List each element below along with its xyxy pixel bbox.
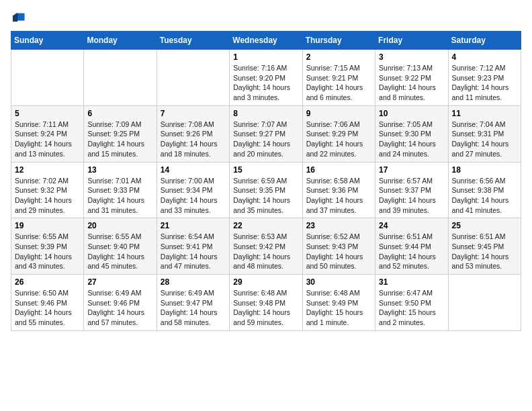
- day-info: Sunrise: 6:59 AMSunset: 9:35 PMDaylight:…: [233, 176, 298, 216]
- calendar-cell: 24Sunrise: 6:51 AMSunset: 9:44 PMDayligh…: [375, 218, 448, 275]
- day-number: 27: [87, 277, 152, 287]
- calendar-header-row: SundayMondayTuesdayWednesdayThursdayFrid…: [11, 32, 521, 50]
- day-info: Sunrise: 7:07 AMSunset: 9:27 PMDaylight:…: [233, 120, 298, 159]
- day-number: 31: [379, 277, 444, 287]
- calendar-table: SundayMondayTuesdayWednesdayThursdayFrid…: [11, 31, 521, 331]
- day-number: 22: [233, 221, 298, 230]
- calendar-day-header: Tuesday: [157, 32, 229, 50]
- calendar-week-row: 1Sunrise: 7:16 AMSunset: 9:20 PMDaylight…: [11, 50, 521, 106]
- day-number: 1: [233, 52, 298, 62]
- day-info: Sunrise: 6:57 AMSunset: 9:37 PMDaylight:…: [379, 176, 444, 216]
- day-info: Sunrise: 6:48 AMSunset: 9:49 PMDaylight:…: [306, 288, 371, 328]
- calendar-week-row: 5Sunrise: 7:11 AMSunset: 9:24 PMDaylight…: [11, 105, 521, 162]
- calendar-cell: 11Sunrise: 7:04 AMSunset: 9:31 PMDayligh…: [448, 105, 521, 162]
- day-info: Sunrise: 6:56 AMSunset: 9:38 PMDaylight:…: [452, 176, 517, 216]
- calendar-cell: [11, 50, 84, 106]
- calendar-cell: 8Sunrise: 7:07 AMSunset: 9:27 PMDaylight…: [230, 105, 302, 162]
- day-info: Sunrise: 6:47 AMSunset: 9:50 PMDaylight:…: [379, 288, 444, 328]
- day-info: Sunrise: 7:01 AMSunset: 9:33 PMDaylight:…: [87, 176, 152, 216]
- page-header: [11, 11, 521, 26]
- day-info: Sunrise: 7:02 AMSunset: 9:32 PMDaylight:…: [15, 176, 80, 216]
- day-number: 4: [452, 52, 517, 62]
- calendar-cell: 13Sunrise: 7:01 AMSunset: 9:33 PMDayligh…: [84, 162, 157, 218]
- day-number: 16: [306, 165, 371, 175]
- svg-marker-1: [13, 13, 17, 21]
- calendar-cell: 16Sunrise: 6:58 AMSunset: 9:36 PMDayligh…: [302, 162, 375, 218]
- day-info: Sunrise: 6:54 AMSunset: 9:41 PMDaylight:…: [161, 232, 226, 271]
- calendar-cell: 3Sunrise: 7:13 AMSunset: 9:22 PMDaylight…: [375, 50, 448, 106]
- day-info: Sunrise: 6:55 AMSunset: 9:40 PMDaylight:…: [87, 232, 152, 271]
- day-info: Sunrise: 7:13 AMSunset: 9:22 PMDaylight:…: [379, 63, 444, 103]
- calendar-cell: 5Sunrise: 7:11 AMSunset: 9:24 PMDaylight…: [11, 105, 84, 162]
- calendar-cell: 21Sunrise: 6:54 AMSunset: 9:41 PMDayligh…: [157, 218, 229, 275]
- logo-icon: [11, 11, 26, 26]
- day-number: 6: [87, 109, 152, 118]
- day-info: Sunrise: 7:05 AMSunset: 9:30 PMDaylight:…: [379, 120, 444, 159]
- day-info: Sunrise: 6:53 AMSunset: 9:42 PMDaylight:…: [233, 232, 298, 271]
- day-number: 24: [379, 221, 444, 230]
- day-number: 2: [306, 52, 371, 62]
- calendar-cell: 25Sunrise: 6:51 AMSunset: 9:45 PMDayligh…: [448, 218, 521, 275]
- calendar-cell: 2Sunrise: 7:15 AMSunset: 9:21 PMDaylight…: [302, 50, 375, 106]
- day-number: 23: [306, 221, 371, 230]
- day-number: 18: [452, 165, 517, 175]
- day-number: 7: [161, 109, 226, 118]
- calendar-cell: [84, 50, 157, 106]
- calendar-cell: 19Sunrise: 6:55 AMSunset: 9:39 PMDayligh…: [11, 218, 84, 275]
- day-info: Sunrise: 6:55 AMSunset: 9:39 PMDaylight:…: [15, 232, 80, 271]
- calendar-cell: 18Sunrise: 6:56 AMSunset: 9:38 PMDayligh…: [448, 162, 521, 218]
- logo: [11, 11, 28, 26]
- day-info: Sunrise: 7:00 AMSunset: 9:34 PMDaylight:…: [161, 176, 226, 216]
- calendar-cell: 22Sunrise: 6:53 AMSunset: 9:42 PMDayligh…: [230, 218, 302, 275]
- day-info: Sunrise: 6:50 AMSunset: 9:46 PMDaylight:…: [15, 288, 80, 328]
- calendar-week-row: 26Sunrise: 6:50 AMSunset: 9:46 PMDayligh…: [11, 275, 521, 331]
- calendar-cell: 10Sunrise: 7:05 AMSunset: 9:30 PMDayligh…: [375, 105, 448, 162]
- day-number: 14: [161, 165, 226, 175]
- day-number: 20: [87, 221, 152, 230]
- calendar-cell: 12Sunrise: 7:02 AMSunset: 9:32 PMDayligh…: [11, 162, 84, 218]
- day-number: 17: [379, 165, 444, 175]
- calendar-day-header: Thursday: [302, 32, 375, 50]
- day-number: 3: [379, 52, 444, 62]
- day-number: 11: [452, 109, 517, 118]
- calendar-day-header: Wednesday: [230, 32, 302, 50]
- calendar-day-header: Saturday: [448, 32, 521, 50]
- day-number: 25: [452, 221, 517, 230]
- day-info: Sunrise: 6:51 AMSunset: 9:45 PMDaylight:…: [452, 232, 517, 271]
- day-info: Sunrise: 6:48 AMSunset: 9:48 PMDaylight:…: [233, 288, 298, 328]
- day-number: 9: [306, 109, 371, 118]
- calendar-cell: 1Sunrise: 7:16 AMSunset: 9:20 PMDaylight…: [230, 50, 302, 106]
- day-number: 29: [233, 277, 298, 287]
- day-info: Sunrise: 7:08 AMSunset: 9:26 PMDaylight:…: [161, 120, 226, 159]
- calendar-cell: 6Sunrise: 7:09 AMSunset: 9:25 PMDaylight…: [84, 105, 157, 162]
- calendar-day-header: Monday: [84, 32, 157, 50]
- calendar-cell: 26Sunrise: 6:50 AMSunset: 9:46 PMDayligh…: [11, 275, 84, 331]
- day-info: Sunrise: 6:52 AMSunset: 9:43 PMDaylight:…: [306, 232, 371, 271]
- day-number: 28: [161, 277, 226, 287]
- calendar-cell: 4Sunrise: 7:12 AMSunset: 9:23 PMDaylight…: [448, 50, 521, 106]
- calendar-cell: 15Sunrise: 6:59 AMSunset: 9:35 PMDayligh…: [230, 162, 302, 218]
- calendar-cell: [157, 50, 229, 106]
- calendar-cell: 27Sunrise: 6:49 AMSunset: 9:46 PMDayligh…: [84, 275, 157, 331]
- day-number: 30: [306, 277, 371, 287]
- day-info: Sunrise: 7:04 AMSunset: 9:31 PMDaylight:…: [452, 120, 517, 159]
- calendar-cell: [448, 275, 521, 331]
- day-number: 26: [15, 277, 80, 287]
- day-number: 13: [87, 165, 152, 175]
- day-info: Sunrise: 7:15 AMSunset: 9:21 PMDaylight:…: [306, 63, 371, 103]
- day-info: Sunrise: 7:11 AMSunset: 9:24 PMDaylight:…: [15, 120, 80, 159]
- day-info: Sunrise: 6:51 AMSunset: 9:44 PMDaylight:…: [379, 232, 444, 271]
- calendar-cell: 9Sunrise: 7:06 AMSunset: 9:29 PMDaylight…: [302, 105, 375, 162]
- calendar-week-row: 19Sunrise: 6:55 AMSunset: 9:39 PMDayligh…: [11, 218, 521, 275]
- day-number: 10: [379, 109, 444, 118]
- day-number: 15: [233, 165, 298, 175]
- day-info: Sunrise: 7:06 AMSunset: 9:29 PMDaylight:…: [306, 120, 371, 159]
- day-info: Sunrise: 6:49 AMSunset: 9:47 PMDaylight:…: [161, 288, 226, 328]
- day-number: 12: [15, 165, 80, 175]
- day-info: Sunrise: 7:16 AMSunset: 9:20 PMDaylight:…: [233, 63, 298, 103]
- calendar-cell: 17Sunrise: 6:57 AMSunset: 9:37 PMDayligh…: [375, 162, 448, 218]
- day-info: Sunrise: 6:58 AMSunset: 9:36 PMDaylight:…: [306, 176, 371, 216]
- calendar-cell: 31Sunrise: 6:47 AMSunset: 9:50 PMDayligh…: [375, 275, 448, 331]
- day-info: Sunrise: 7:12 AMSunset: 9:23 PMDaylight:…: [452, 63, 517, 103]
- calendar-cell: 29Sunrise: 6:48 AMSunset: 9:48 PMDayligh…: [230, 275, 302, 331]
